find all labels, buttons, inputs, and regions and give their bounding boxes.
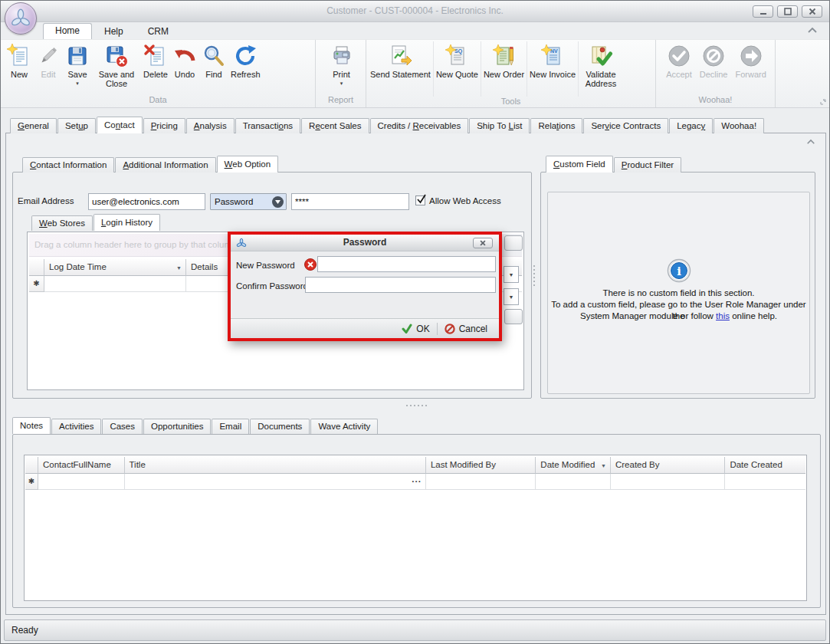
tab-transactions[interactable]: Transactions: [235, 118, 300, 133]
column-header-date-modified[interactable]: Date Modified ▼: [536, 457, 611, 474]
ribbon-tab-home[interactable]: Home: [43, 23, 92, 39]
tab-recent-sales[interactable]: Recent Sales: [301, 118, 369, 133]
tab-legacy[interactable]: Legacy: [669, 118, 713, 133]
column-header-contactfullname[interactable]: ContactFullName: [38, 457, 125, 474]
new-row-cell[interactable]: [426, 474, 536, 490]
new-quote-button[interactable]: SQ New Quote: [434, 41, 481, 79]
row-indicator-header: [29, 259, 44, 276]
hidden-button-fragment[interactable]: [504, 309, 523, 324]
tab-notes[interactable]: Notes: [12, 417, 51, 434]
ribbon-tab-help[interactable]: Help: [92, 24, 136, 39]
password-dialog-titlebar[interactable]: Password: [231, 235, 499, 251]
allow-web-access-checkbox[interactable]: [415, 196, 425, 205]
tab-documents[interactable]: Documents: [250, 419, 310, 434]
ok-button[interactable]: OK: [395, 320, 436, 337]
hidden-button-fragment[interactable]: [504, 235, 523, 251]
tab-product-filter[interactable]: Product Filter: [614, 157, 681, 172]
ribbon-tab-crm[interactable]: CRM: [136, 24, 181, 39]
column-header-created-by[interactable]: Created By: [611, 457, 725, 474]
dialog-launcher-icon[interactable]: [820, 99, 826, 105]
forward-button[interactable]: Forward: [733, 41, 768, 79]
column-header-date-created[interactable]: Date Created: [725, 457, 805, 474]
tab-contact[interactable]: Contact: [97, 117, 143, 133]
send-statement-button[interactable]: Send Statement: [368, 41, 433, 79]
new-invoice-button[interactable]: NV New Invoice: [527, 41, 578, 79]
accept-button[interactable]: Accept: [664, 41, 694, 79]
save-and-close-button[interactable]: Save and Close: [92, 41, 141, 88]
refresh-button[interactable]: Refresh: [228, 41, 263, 79]
tab-general[interactable]: General: [10, 118, 57, 133]
undo-arrow-icon: [172, 44, 197, 68]
tab-opportunities[interactable]: Opportunities: [143, 419, 211, 434]
close-button[interactable]: [802, 5, 822, 18]
new-row-cell-title[interactable]: ...: [125, 474, 426, 490]
bottom-tabstrip: Notes Activities Cases Opportunities Ema…: [12, 417, 379, 434]
ribbon-collapse-button[interactable]: [805, 25, 819, 36]
hidden-dropdown-fragment[interactable]: ▼: [504, 288, 519, 305]
print-button[interactable]: Print ▾: [327, 41, 356, 86]
column-header-log-date-time[interactable]: Log Date Time ▼: [44, 259, 186, 276]
tab-ship-to-list[interactable]: Ship To List: [469, 118, 530, 133]
cancel-button[interactable]: Cancel: [438, 320, 494, 337]
new-row-cell[interactable]: [611, 474, 725, 490]
tab-custom-field[interactable]: Custom Field: [546, 156, 613, 172]
tab-contact-information[interactable]: Contact Information: [22, 157, 114, 172]
password-masked-input[interactable]: [291, 193, 409, 210]
tab-web-stores[interactable]: Web Stores: [31, 215, 93, 231]
decline-button[interactable]: Decline: [697, 41, 730, 79]
new-order-button[interactable]: New Order: [481, 41, 527, 79]
delete-button[interactable]: Delete: [141, 41, 170, 79]
minimize-button[interactable]: [753, 5, 773, 18]
email-address-input[interactable]: [88, 193, 205, 210]
dialog-close-button[interactable]: [473, 238, 493, 248]
maximize-button[interactable]: [777, 5, 798, 18]
new-row-cell[interactable]: [44, 276, 186, 292]
tab-cases[interactable]: Cases: [102, 419, 143, 434]
save-dropdown-arrow[interactable]: ▾: [76, 80, 79, 86]
app-logo-button[interactable]: [5, 2, 37, 34]
tab-email[interactable]: Email: [212, 419, 249, 434]
tab-analysis[interactable]: Analysis: [186, 118, 235, 133]
new-row-cell[interactable]: [38, 474, 125, 490]
tab-login-history[interactable]: Login History: [93, 214, 160, 231]
online-help-link[interactable]: this: [716, 311, 730, 320]
column-header-last-modified-by[interactable]: Last Modified By: [426, 457, 536, 474]
combo-dropdown-button[interactable]: [272, 196, 284, 208]
tab-activities[interactable]: Activities: [51, 419, 101, 434]
new-row-cell[interactable]: [725, 474, 805, 490]
tab-additional-information[interactable]: Additional Information: [115, 157, 215, 172]
tab-woohaa[interactable]: Woohaa!: [714, 118, 764, 133]
new-row-cell[interactable]: [536, 474, 611, 490]
panel-collapse-button[interactable]: [804, 136, 818, 147]
ellipsis-editor-button[interactable]: ...: [412, 475, 422, 484]
new-button[interactable]: New: [5, 41, 34, 79]
edit-button[interactable]: Edit: [34, 41, 63, 79]
column-filter-arrow[interactable]: ▼: [601, 463, 606, 468]
tab-setup[interactable]: Setup: [57, 118, 96, 133]
horizontal-splitter[interactable]: [406, 405, 427, 406]
print-dropdown-arrow[interactable]: ▾: [340, 80, 343, 86]
column-filter-arrow[interactable]: ▼: [176, 265, 182, 271]
tab-pricing[interactable]: Pricing: [143, 118, 185, 133]
ribbon-group-label-data: Data: [1, 95, 315, 107]
tab-web-option[interactable]: Web Option: [217, 156, 279, 172]
delete-document-icon: [143, 44, 168, 68]
confirm-password-input[interactable]: [305, 277, 496, 293]
save-button[interactable]: Save ▾: [63, 41, 92, 86]
dialog-logo-icon: [236, 238, 247, 248]
titlebar[interactable]: Customer - CUST-000004 - Electronics Inc…: [1, 1, 829, 22]
tab-service-contracts[interactable]: Service Contracts: [583, 118, 668, 133]
validate-address-button[interactable]: Validate Address: [579, 41, 623, 88]
contact-sub-tabstrip: Contact Information Additional Informati…: [22, 156, 279, 172]
hidden-dropdown-fragment[interactable]: ▼: [504, 266, 519, 283]
password-selector-combo[interactable]: Password: [210, 193, 287, 210]
column-header-title[interactable]: Title: [125, 457, 426, 474]
vertical-splitter[interactable]: [533, 265, 535, 286]
tab-relations[interactable]: Relations: [530, 118, 582, 133]
save-close-icon: [104, 44, 129, 68]
find-button[interactable]: Find: [199, 41, 228, 79]
undo-button[interactable]: Undo: [170, 41, 199, 79]
tab-credits-receivables[interactable]: Credits / Receivables: [370, 118, 469, 133]
tab-wave-activity[interactable]: Wave Activity: [310, 419, 378, 434]
new-password-input[interactable]: [317, 256, 496, 272]
